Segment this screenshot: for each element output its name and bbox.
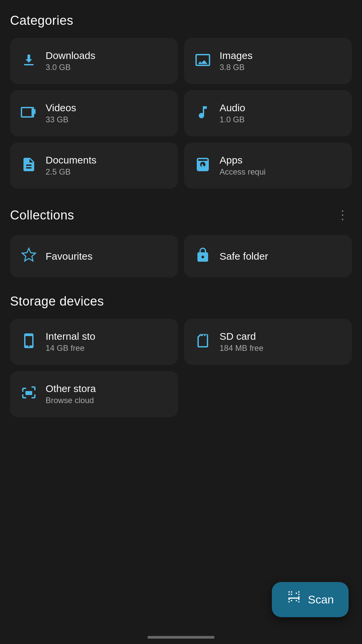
category-documents[interactable]: Documents 2.5 GB: [10, 142, 178, 189]
audio-icon: [194, 104, 212, 123]
phone-icon: [20, 333, 38, 351]
images-size: 3.8 GB: [220, 63, 252, 72]
category-downloads[interactable]: Downloads 3.0 GB: [10, 38, 178, 84]
download-icon: [20, 52, 38, 70]
sdcard-free: 184 MB free: [220, 343, 263, 353]
downloads-label: Downloads: [46, 50, 95, 61]
videos-size: 33 GB: [46, 115, 76, 124]
storage-grid-row1: Internal sto 14 GB free SD card 184 MB f…: [10, 319, 352, 365]
category-videos[interactable]: Videos 33 GB: [10, 90, 178, 136]
sdcard-icon: [194, 333, 212, 351]
collections-grid: Favourites Safe folder: [10, 235, 352, 277]
collections-title: Collections: [10, 208, 74, 222]
images-label: Images: [220, 50, 252, 61]
cloud-icon: [20, 385, 38, 403]
sdcard-label: SD card: [220, 331, 263, 342]
categories-title: Categories: [10, 13, 352, 28]
scan-fab[interactable]: Scan: [272, 582, 349, 617]
collection-favourites[interactable]: Favourites: [10, 235, 178, 277]
storage-sdcard[interactable]: SD card 184 MB free: [184, 319, 352, 365]
internal-free: 14 GB free: [46, 343, 95, 353]
storage-grid-row2: Other stora Browse cloud: [10, 371, 352, 417]
apps-label: Apps: [220, 154, 265, 166]
collections-header: Collections ⋮: [10, 205, 352, 225]
audio-label: Audio: [220, 102, 245, 114]
apps-subtitle: Access requi: [220, 167, 265, 177]
internal-label: Internal sto: [46, 331, 95, 342]
document-icon: [20, 156, 38, 175]
favourites-label: Favourites: [46, 251, 93, 262]
storage-header: Storage devices: [10, 294, 352, 309]
collections-more-icon[interactable]: ⋮: [334, 205, 352, 225]
downloads-size: 3.0 GB: [46, 63, 95, 72]
home-indicator: [147, 636, 215, 639]
storage-other[interactable]: Other stora Browse cloud: [10, 371, 178, 417]
collection-safe-folder[interactable]: Safe folder: [184, 235, 352, 277]
safe-folder-label: Safe folder: [220, 251, 268, 262]
other-subtitle: Browse cloud: [46, 396, 96, 405]
categories-grid-row2: Videos 33 GB Audio 1.0 GB: [10, 90, 352, 136]
scan-icon: [287, 591, 301, 608]
lock-icon: [194, 247, 212, 265]
storage-title: Storage devices: [10, 294, 104, 309]
scan-label: Scan: [308, 593, 334, 606]
storage-internal[interactable]: Internal sto 14 GB free: [10, 319, 178, 365]
star-icon: [20, 247, 38, 265]
category-images[interactable]: Images 3.8 GB: [184, 38, 352, 84]
category-audio[interactable]: Audio 1.0 GB: [184, 90, 352, 136]
category-apps[interactable]: Apps Access requi: [184, 142, 352, 189]
apps-icon: [194, 156, 212, 175]
videos-label: Videos: [46, 102, 76, 114]
categories-grid-row1: Downloads 3.0 GB Images 3.8 GB: [10, 38, 352, 84]
main-content: Categories Downloads 3.0 GB Images: [0, 0, 362, 477]
documents-size: 2.5 GB: [46, 167, 97, 177]
image-icon: [194, 52, 212, 70]
other-label: Other stora: [46, 383, 96, 394]
categories-grid-row3: Documents 2.5 GB Apps Access requi: [10, 142, 352, 189]
documents-label: Documents: [46, 154, 97, 166]
audio-size: 1.0 GB: [220, 115, 245, 124]
video-icon: [20, 104, 38, 123]
